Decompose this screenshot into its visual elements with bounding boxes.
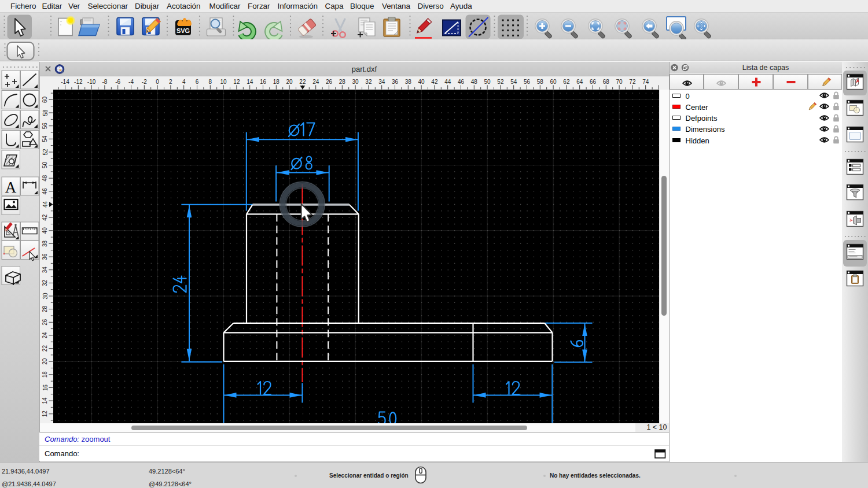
- svg-text:8: 8: [208, 79, 212, 85]
- svg-text:-6: -6: [115, 79, 120, 85]
- svg-text:16: 16: [259, 79, 266, 85]
- svg-text:16: 16: [42, 385, 48, 391]
- svg-text:68: 68: [602, 79, 609, 85]
- svg-text:36: 36: [42, 253, 48, 260]
- svg-text:22: 22: [299, 79, 306, 85]
- svg-text:32: 32: [365, 79, 372, 85]
- svg-text:-2: -2: [141, 79, 146, 85]
- svg-text:44: 44: [42, 201, 48, 208]
- svg-text:54: 54: [510, 79, 517, 85]
- svg-text:40: 40: [418, 79, 425, 85]
- svg-text:-8: -8: [102, 79, 107, 85]
- svg-text:-4: -4: [128, 79, 134, 85]
- svg-text:56: 56: [42, 123, 48, 130]
- svg-text:60: 60: [42, 96, 48, 103]
- svg-text:28: 28: [42, 306, 48, 313]
- svg-text:34: 34: [378, 79, 385, 85]
- svg-text:26: 26: [325, 79, 332, 85]
- svg-text:18: 18: [42, 371, 48, 378]
- svg-text:24: 24: [312, 79, 319, 85]
- svg-text:70: 70: [616, 79, 623, 85]
- svg-text:14: 14: [42, 397, 48, 404]
- svg-text:-10: -10: [87, 79, 95, 85]
- svg-text:50: 50: [484, 79, 491, 85]
- svg-text:60: 60: [550, 79, 557, 85]
- svg-text:30: 30: [42, 293, 48, 300]
- svg-text:46: 46: [457, 79, 464, 85]
- svg-text:-14: -14: [61, 79, 69, 85]
- svg-text:36: 36: [391, 79, 398, 85]
- svg-text:22: 22: [42, 345, 48, 352]
- svg-text:58: 58: [42, 109, 48, 116]
- svg-text:-12: -12: [74, 79, 83, 85]
- svg-text:74: 74: [642, 79, 649, 85]
- svg-text:72: 72: [629, 79, 636, 85]
- svg-text:38: 38: [42, 240, 48, 247]
- svg-text:26: 26: [42, 319, 48, 326]
- svg-text:A: A: [5, 179, 17, 196]
- svg-text:62: 62: [563, 79, 570, 85]
- svg-text:18: 18: [273, 79, 279, 85]
- svg-text:12: 12: [42, 411, 48, 417]
- svg-text:10: 10: [220, 79, 227, 85]
- svg-text:20: 20: [286, 79, 293, 85]
- svg-text:20: 20: [42, 358, 48, 365]
- svg-text:52: 52: [42, 149, 48, 156]
- svg-text:42: 42: [42, 214, 48, 221]
- svg-text:56: 56: [523, 79, 530, 85]
- svg-text:4: 4: [182, 79, 185, 85]
- svg-text:28: 28: [339, 79, 345, 85]
- svg-text:42: 42: [431, 79, 438, 85]
- svg-text:0: 0: [156, 79, 159, 85]
- svg-text:46: 46: [42, 188, 48, 195]
- svg-text:64: 64: [576, 79, 583, 85]
- svg-text:54: 54: [42, 135, 48, 142]
- svg-text:12: 12: [233, 79, 240, 85]
- svg-text:2: 2: [169, 79, 172, 85]
- svg-text:34: 34: [42, 267, 48, 273]
- svg-text:48: 48: [470, 79, 477, 85]
- svg-text:58: 58: [536, 79, 543, 85]
- svg-text:44: 44: [444, 79, 451, 85]
- svg-text:38: 38: [404, 79, 411, 85]
- svg-text:30: 30: [352, 79, 359, 85]
- svg-text:48: 48: [42, 175, 48, 182]
- svg-text:52: 52: [497, 79, 504, 85]
- svg-text:66: 66: [589, 79, 596, 85]
- svg-text:32: 32: [42, 279, 48, 286]
- svg-text:40: 40: [42, 227, 48, 234]
- svg-text:SVG: SVG: [176, 27, 190, 34]
- svg-text:24: 24: [42, 332, 48, 339]
- svg-text:6: 6: [195, 79, 198, 85]
- svg-text:50: 50: [42, 162, 48, 169]
- svg-text:14: 14: [247, 79, 253, 85]
